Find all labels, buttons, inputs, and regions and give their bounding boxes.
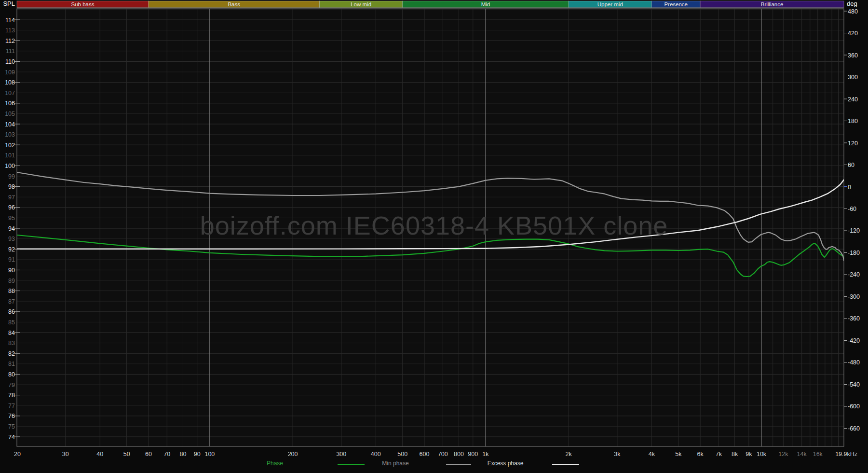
- legend-line-phase: [338, 464, 365, 465]
- band-label-brilliance: Brilliance: [761, 1, 784, 7]
- spl-axis-title: SPL: [3, 0, 15, 7]
- band-label-sub-bass: Sub bass: [71, 1, 94, 7]
- deg-tick-label: 300: [848, 74, 858, 81]
- deg-tick-label: -600: [848, 403, 860, 410]
- deg-tick-label: -180: [848, 250, 860, 256]
- legend-line-min-phase: [446, 464, 471, 465]
- deg-tick-label: -480: [848, 359, 860, 366]
- spl-tick-label: 105: [5, 111, 15, 117]
- deg-axis-title: deg: [847, 0, 857, 7]
- freq-tick-label: 50: [123, 451, 130, 458]
- freq-tick-label: 700: [438, 451, 448, 458]
- spl-tick-label: 106: [5, 100, 15, 107]
- deg-tick-label: 420: [848, 30, 858, 37]
- freq-tick-label: 70: [163, 451, 170, 458]
- spl-tick-label: 101: [5, 152, 15, 159]
- spl-tick-label: 78: [8, 392, 15, 399]
- freq-tick-label: 9k: [746, 451, 752, 458]
- spl-tick-label: 92: [8, 246, 15, 253]
- deg-tick-label: -60: [848, 206, 856, 212]
- spl-tick-label: 102: [5, 142, 15, 149]
- deg-tick-label: -240: [848, 271, 860, 278]
- freq-tick-label: 900: [468, 451, 478, 458]
- spl-tick-label: 100: [5, 163, 15, 169]
- spl-tick-label: 104: [5, 121, 15, 128]
- freq-tick-label: 90: [194, 451, 201, 458]
- spl-tick-label: 112: [5, 38, 15, 44]
- spl-tick-label: 110: [5, 58, 15, 65]
- freq-tick-label: 600: [420, 451, 430, 458]
- deg-tick-label: -420: [848, 337, 860, 344]
- spl-tick-label: 77: [8, 403, 15, 409]
- legend-label-excess-phase: Excess phase: [480, 460, 531, 467]
- plot-area: [17, 9, 844, 446]
- freq-tick-label: 300: [336, 451, 346, 458]
- band-label-low-mid: Low mid: [351, 1, 371, 7]
- spl-tick-label: 86: [8, 308, 15, 315]
- spl-tick-label: 108: [5, 79, 15, 86]
- deg-tick-label: -540: [848, 381, 860, 388]
- deg-tick-label: -300: [848, 293, 860, 300]
- freq-tick-label: 500: [397, 451, 407, 458]
- spl-tick-label: 91: [8, 256, 15, 263]
- freq-tick-label: 19.9kHz: [835, 451, 857, 458]
- freq-tick-label: 12k: [778, 451, 788, 458]
- spl-tick-label: 87: [8, 298, 15, 305]
- freq-tick-label: 5k: [675, 451, 682, 458]
- freq-tick-label: 30: [62, 451, 69, 458]
- freq-tick-label: 100: [204, 451, 215, 458]
- spl-tick-label: 84: [8, 330, 15, 336]
- spl-tick-label: 76: [8, 413, 15, 419]
- deg-tick-label: 60: [848, 162, 854, 168]
- spl-tick-label: 114: [5, 17, 15, 24]
- freq-tick-label: 20: [14, 451, 21, 458]
- deg-tick-label: 120: [848, 140, 858, 147]
- freq-tick-label: 40: [96, 451, 103, 458]
- spl-tick-label: 99: [8, 173, 15, 180]
- deg-tick-label: -660: [848, 425, 860, 432]
- spl-tick-label: 97: [8, 194, 15, 201]
- deg-tick-label: -120: [848, 227, 860, 234]
- spl-tick-label: 79: [8, 382, 15, 389]
- spl-tick-label: 74: [8, 434, 15, 441]
- deg-tick-label: 360: [848, 52, 858, 59]
- spl-tick-label: 109: [5, 69, 15, 76]
- freq-tick-label: 800: [454, 451, 464, 458]
- spl-tick-label: 89: [8, 278, 15, 284]
- spl-tick-label: 96: [8, 204, 15, 211]
- band-label-presence: Presence: [664, 1, 688, 7]
- spl-tick-label: 93: [8, 236, 15, 242]
- freq-tick-label: 10k: [757, 451, 767, 458]
- freq-tick-label: 3k: [614, 451, 621, 458]
- spl-tick-label: 111: [6, 48, 15, 55]
- spl-tick-label: 75: [8, 423, 15, 430]
- spl-tick-label: 82: [8, 350, 15, 357]
- freq-tick-label: 6k: [697, 451, 704, 458]
- phase-measurement-chart: Sub bassBassLow midMidUpper midPresenceB…: [0, 0, 868, 473]
- freq-tick-label: 60: [145, 451, 152, 458]
- freq-tick-label: 8k: [732, 451, 738, 458]
- band-label-upper-mid: Upper mid: [597, 1, 623, 7]
- spl-tick-label: 83: [8, 340, 15, 347]
- spl-tick-label: 107: [5, 90, 15, 97]
- spl-tick-label: 98: [8, 183, 15, 190]
- deg-tick-label: 0: [848, 184, 851, 191]
- spl-tick-label: 85: [8, 319, 15, 326]
- legend-label-min-phase: Min phase: [371, 460, 420, 467]
- freq-tick-label: 400: [371, 451, 381, 458]
- freq-tick-label: 80: [179, 451, 186, 458]
- legend-label-phase: Phase: [256, 460, 294, 467]
- spl-tick-label: 80: [8, 371, 15, 378]
- legend-line-excess-phase: [552, 464, 579, 465]
- deg-tick-label: 180: [848, 118, 858, 125]
- spl-tick-label: 88: [8, 288, 15, 294]
- deg-tick-label: 480: [848, 8, 858, 15]
- freq-tick-label: 1k: [482, 451, 489, 458]
- deg-tick-label: 240: [848, 96, 858, 103]
- spl-tick-label: 103: [5, 131, 15, 138]
- freq-tick-label: 2k: [566, 451, 572, 458]
- spl-tick-label: 95: [8, 215, 15, 222]
- freq-tick-label: 14k: [797, 451, 807, 458]
- spl-tick-label: 94: [8, 225, 15, 232]
- band-label-mid: Mid: [481, 1, 490, 7]
